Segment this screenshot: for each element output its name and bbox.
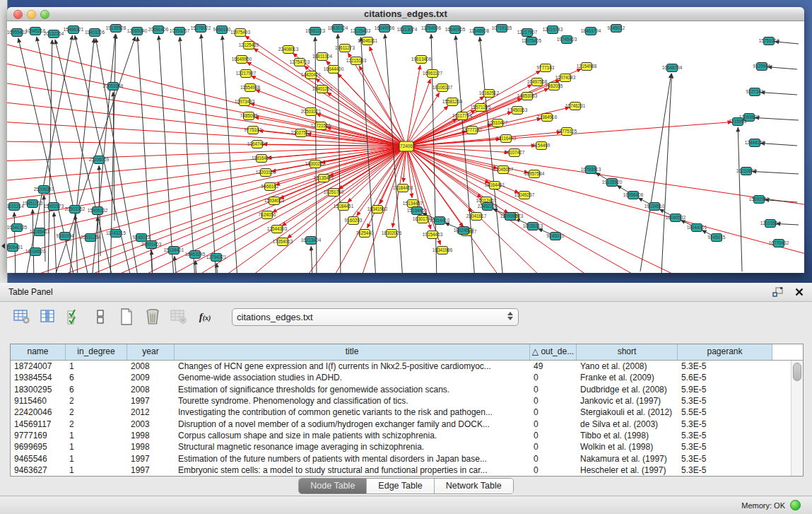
svg-text:1724061: 1724061: [398, 144, 416, 148]
svg-text:19451203: 19451203: [23, 201, 43, 206]
column-header-title[interactable]: title: [175, 344, 530, 360]
svg-text:15571205: 15571205: [471, 105, 491, 110]
network-view-window[interactable]: citations_edges.txt 17240611197549312125…: [7, 7, 804, 273]
svg-text:16649956: 16649956: [375, 25, 395, 30]
svg-text:7462055: 7462055: [546, 83, 563, 88]
delete-column-trash-button[interactable]: [143, 308, 162, 326]
table-selector-dropdown[interactable]: citations_edges.txt: [232, 308, 519, 326]
svg-text:18302026: 18302026: [382, 230, 402, 235]
column-header-out_de[interactable]: △ out_de...: [530, 344, 577, 360]
table-row[interactable]: 1456911722003Disruption of a novel membe…: [11, 418, 791, 429]
svg-text:12444150: 12444150: [745, 140, 765, 145]
svg-text:15581234: 15581234: [442, 99, 463, 104]
tab-network-table[interactable]: Network Table: [434, 479, 513, 493]
minimize-window-button[interactable]: [27, 10, 36, 19]
table-row[interactable]: 969969511998Structural magnetic resonanc…: [11, 441, 791, 452]
table-row[interactable]: 911546021997Tourette syndrome. Phenomeno…: [11, 395, 791, 407]
column-header-year[interactable]: year: [127, 344, 175, 360]
svg-text:10719135: 10719135: [492, 25, 512, 30]
svg-text:10553257: 10553257: [170, 28, 190, 33]
table-row[interactable]: 946362711997Embryonic stem cells: a mode…: [11, 465, 791, 476]
svg-text:16770432: 16770432: [769, 240, 789, 245]
table-vertical-scrollbar[interactable]: [791, 361, 803, 476]
tab-node-table[interactable]: Node Table: [299, 479, 366, 493]
svg-text:18044301: 18044301: [687, 225, 707, 230]
svg-text:10945216: 10945216: [25, 28, 46, 33]
svg-text:16034520: 16034520: [25, 249, 46, 254]
svg-text:16648784: 16648784: [662, 65, 683, 70]
column-header-in_degree[interactable]: in_degree: [66, 344, 127, 360]
column-header-pagerank[interactable]: pagerank: [678, 344, 772, 360]
cytoscape-desktop: citations_edges.txt 17240611197549312125…: [0, 0, 812, 283]
table-toolbar: f(x) citations_edges.txt: [0, 302, 812, 332]
svg-text:16162512: 16162512: [479, 90, 500, 95]
svg-text:11548908: 11548908: [469, 28, 489, 33]
svg-text:12116443: 12116443: [496, 136, 516, 141]
svg-text:15134401: 15134401: [164, 247, 184, 252]
column-header-name[interactable]: name: [11, 344, 66, 360]
table-selector-value: citations_edges.txt: [237, 312, 313, 322]
memory-status-indicator[interactable]: [790, 500, 801, 510]
svg-text:22408013: 22408013: [278, 47, 299, 52]
network-window-titlebar[interactable]: citations_edges.txt: [7, 7, 804, 21]
svg-text:8215955: 8215955: [729, 119, 747, 124]
svg-text:16746231: 16746231: [565, 103, 586, 108]
zoom-window-button[interactable]: [40, 10, 49, 19]
scrollbar-thumb[interactable]: [793, 363, 801, 381]
float-panel-icon[interactable]: [772, 287, 784, 297]
svg-text:16649950: 16649950: [232, 57, 252, 62]
close-panel-icon[interactable]: [795, 288, 804, 296]
table-settings-button[interactable]: [13, 308, 31, 326]
svg-text:19251740: 19251740: [324, 189, 344, 194]
toggle-rows-button[interactable]: [91, 308, 110, 326]
svg-text:9775107: 9775107: [245, 127, 262, 132]
svg-text:12217907: 12217907: [517, 30, 538, 35]
svg-text:9466160: 9466160: [213, 27, 231, 32]
svg-text:19184453: 19184453: [393, 185, 413, 190]
svg-text:11243215: 11243215: [106, 230, 126, 235]
svg-text:12794321: 12794321: [206, 255, 227, 259]
svg-text:9245013: 9245013: [133, 235, 151, 240]
delete-table-disabled-button[interactable]: [170, 308, 188, 326]
svg-text:10647427: 10647427: [247, 141, 268, 146]
window-traffic-lights: [13, 10, 49, 19]
table-panel-title: Table Panel: [8, 287, 53, 297]
show-columns-button[interactable]: [39, 308, 57, 326]
table-row[interactable]: 977716911998Corpus callosum shape and si…: [11, 430, 791, 441]
table-row[interactable]: 2242004622012Investigating the contribut…: [11, 407, 791, 418]
svg-text:9227343: 9227343: [746, 89, 764, 94]
svg-text:15049237: 15049237: [514, 192, 535, 197]
network-canvas-area[interactable]: 1724061119754931212543916649950122179871…: [7, 21, 804, 273]
svg-text:9154469: 9154469: [533, 143, 551, 148]
svg-text:15466321: 15466321: [64, 27, 84, 32]
splitpane-collapse-arrow-icon[interactable]: [1, 243, 5, 249]
svg-text:16341986: 16341986: [433, 247, 453, 252]
svg-text:16497568: 16497568: [527, 79, 548, 84]
svg-text:18775105: 18775105: [557, 129, 577, 134]
svg-text:20503371: 20503371: [301, 109, 322, 114]
table-mode-tabs: Node TableEdge TableNetwork Table: [298, 478, 513, 494]
table-row[interactable]: 946554611997Estimation of the future num…: [11, 452, 791, 464]
table-row[interactable]: 1938455462009Genome-wide association stu…: [11, 372, 791, 383]
svg-text:16341982: 16341982: [367, 206, 388, 211]
network-canvas[interactable]: 1724061119754931212543916649950122179871…: [7, 21, 804, 273]
function-builder-button[interactable]: f(x): [196, 308, 214, 326]
svg-text:12506431: 12506431: [7, 245, 23, 250]
svg-text:19613406: 19613406: [411, 57, 432, 62]
table-row[interactable]: 1830029562008Estimation of significance …: [11, 384, 791, 395]
svg-text:16040532: 16040532: [666, 215, 686, 220]
svg-text:9466162: 9466162: [261, 184, 279, 189]
table-row[interactable]: 1872400712008Changes of HCN gene express…: [11, 361, 791, 372]
svg-text:18313074: 18313074: [397, 27, 418, 32]
create-column-button[interactable]: [117, 308, 136, 326]
tab-edge-table[interactable]: Edge Table: [366, 479, 433, 493]
table-panel-header[interactable]: Table Panel: [0, 283, 812, 302]
svg-text:11975493: 11975493: [230, 30, 250, 35]
select-attributes-button[interactable]: [65, 308, 83, 326]
column-header-short[interactable]: short: [577, 344, 678, 360]
network-window-title: citations_edges.txt: [7, 7, 804, 21]
close-window-button[interactable]: [13, 10, 23, 19]
svg-text:16961123: 16961123: [305, 28, 325, 33]
svg-text:18024503: 18024503: [454, 228, 474, 233]
svg-text:18036313: 18036313: [523, 223, 543, 228]
